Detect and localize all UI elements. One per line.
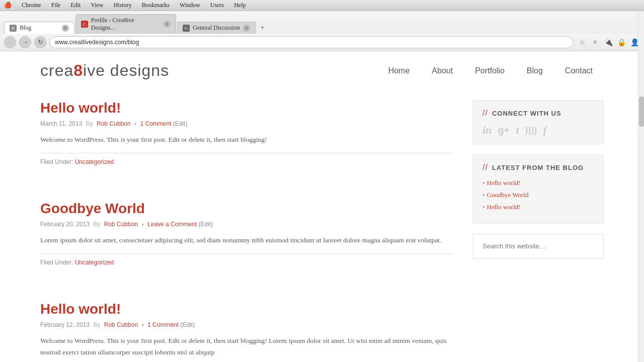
scrollbar-track	[638, 11, 644, 362]
tab-favicon-general: G	[183, 25, 190, 32]
new-tab-button[interactable]: +	[257, 22, 269, 34]
browser-toolbar-right: ☆ ≡ 🔌 🔒 👤	[577, 37, 640, 48]
tab-close-blog[interactable]: ✕	[62, 25, 69, 32]
blog-post-3: Hello world! February 12, 2013 By Rob Cu…	[40, 301, 453, 362]
post-content-1: Welcome to WordPress. This is your first…	[40, 134, 453, 146]
post-content-2: Lorem ipsum dolor sit amet, consectetuer…	[40, 235, 453, 246]
file-menu[interactable]: File	[51, 2, 61, 9]
forward-button[interactable]: →	[19, 36, 31, 48]
post-title-3[interactable]: Hello world!	[40, 301, 453, 317]
post-edit-3[interactable]: (Edit)	[180, 321, 195, 328]
meta-sep-3: By	[93, 321, 102, 328]
site-logo: crea8ive designs	[40, 61, 169, 80]
post-edit-1[interactable]: (Edit)	[173, 120, 188, 127]
extension-icon1[interactable]: 🔌	[603, 37, 614, 48]
tab-general[interactable]: G General Discussion ✕	[177, 22, 256, 34]
address-bar-row: ← → ↻ ☆ ≡ 🔌 🔒 👤	[0, 34, 644, 51]
blog-link-3[interactable]: Hello world!	[487, 203, 521, 211]
blog-link-item-2: Goodbye World	[482, 191, 594, 199]
post-meta-3: February 12, 2013 By Rob Cubbon ▪ 1 Comm…	[40, 321, 453, 328]
meta-sep-2b: ▪	[141, 221, 145, 228]
tab-close-profile[interactable]: ✕	[164, 21, 171, 28]
blog-link-item-3: Hello world!	[482, 203, 594, 211]
history-menu[interactable]: History	[114, 2, 132, 9]
widget-title-blog: // LATEST FROM THE BLOG	[482, 163, 594, 172]
blog-post-2: Goodbye World February 20, 2013 By Rob C…	[40, 201, 453, 286]
post-comments-3[interactable]: 1 Comment	[147, 321, 179, 328]
rss-icon[interactable]: ))))	[525, 126, 537, 135]
social-icons-row: in g+ t )))) f	[482, 125, 594, 136]
twitter-icon[interactable]: t	[516, 125, 519, 136]
logo-accent: 8	[73, 61, 83, 79]
post-comments-1[interactable]: 1 Comment	[140, 120, 171, 127]
reload-button[interactable]: ↻	[34, 36, 46, 48]
post-divider-2	[40, 253, 453, 254]
widget-title-connect: // CONNECT WITH US	[482, 109, 594, 118]
tab-favicon-blog: B	[10, 25, 17, 32]
nav-about[interactable]: About	[421, 62, 464, 79]
nav-contact[interactable]: Contact	[554, 62, 604, 79]
search-widget	[473, 234, 604, 259]
view-menu[interactable]: View	[91, 2, 103, 9]
post-author-2[interactable]: Rob Cubbon	[104, 221, 138, 228]
tab-favicon-profile: C	[81, 21, 88, 28]
meta-sep-1: By	[86, 120, 95, 127]
content-area: Hello world! March 11, 2013 By Rob Cubbo…	[0, 90, 644, 362]
widget-connect: // CONNECT WITH US in g+ t )))) f	[473, 100, 604, 144]
tab-label-blog: Blog	[20, 24, 31, 32]
scrollbar-thumb[interactable]	[639, 97, 644, 127]
post-author-3[interactable]: Rob Cubbon	[104, 321, 138, 328]
back-button[interactable]: ←	[4, 36, 16, 48]
tab-label-general: General Discussion	[193, 24, 240, 32]
post-author-1[interactable]: Rob Cubbon	[97, 120, 130, 127]
help-menu[interactable]: Help	[234, 2, 246, 9]
post-edit-2[interactable]: (Edit)	[198, 221, 213, 228]
post-title-2[interactable]: Goodbye World	[40, 201, 453, 217]
post-date-1: March 11, 2013	[40, 120, 82, 127]
apple-menu[interactable]: 🍎	[4, 2, 12, 9]
meta-sep-1b: ▪	[134, 120, 138, 127]
browser-chrome: B Blog ✕ C Profile ‹ Crea8ive Designs… ✕…	[0, 11, 644, 51]
post-title-1[interactable]: Hello world!	[40, 100, 453, 116]
chrome-menu[interactable]: Chrome	[22, 2, 41, 9]
nav-blog[interactable]: Blog	[516, 62, 554, 79]
bookmarks-menu[interactable]: Bookmarks	[142, 2, 170, 9]
os-menu-bar: 🍎 Chrome File Edit View History Bookmark…	[0, 0, 644, 11]
tab-profile[interactable]: C Profile ‹ Crea8ive Designs… ✕	[75, 14, 176, 34]
settings-icon[interactable]: ≡	[590, 37, 601, 48]
blog-post-1: Hello world! March 11, 2013 By Rob Cubbo…	[40, 100, 453, 186]
post-date-3: February 12, 2013	[40, 321, 90, 328]
blog-link-item-1: Hello world!	[482, 179, 594, 187]
post-date-2: February 20, 2013	[40, 221, 90, 228]
tab-blog[interactable]: B Blog ✕	[4, 22, 74, 34]
connect-title-text: CONNECT WITH US	[492, 110, 561, 117]
blog-link-2[interactable]: Goodbye World	[487, 191, 529, 199]
tab-close-general[interactable]: ✕	[243, 25, 250, 32]
extension-icon2[interactable]: 🔒	[616, 37, 627, 48]
slashes-blog: //	[482, 163, 488, 172]
nav-portfolio[interactable]: Portfolio	[464, 62, 516, 79]
facebook-icon[interactable]: f	[543, 125, 546, 136]
blog-link-1[interactable]: Hello world!	[487, 179, 521, 187]
post-meta-1: March 11, 2013 By Rob Cubbon ▪ 1 Comment…	[40, 120, 453, 127]
post-meta-2: February 20, 2013 By Rob Cubbon ▪ Leave …	[40, 221, 453, 228]
main-content: Hello world! March 11, 2013 By Rob Cubbo…	[40, 100, 453, 362]
tab-label-profile: Profile ‹ Crea8ive Designs…	[91, 17, 160, 32]
post-category-2[interactable]: Uncategorized	[75, 259, 114, 266]
search-input[interactable]	[482, 242, 594, 250]
window-menu[interactable]: Window	[180, 2, 200, 9]
post-category-1[interactable]: Uncategorized	[75, 158, 114, 165]
meta-sep-3b: ▪	[141, 321, 145, 328]
widget-blog: // LATEST FROM THE BLOG Hello world! Goo…	[473, 154, 604, 224]
google-plus-icon[interactable]: g+	[498, 125, 510, 135]
bookmark-icon[interactable]: ☆	[577, 37, 588, 48]
post-comments-2[interactable]: Leave a Comment	[147, 221, 197, 228]
filed-under-1: Filed Under: Uncategorized	[40, 158, 453, 165]
edit-menu[interactable]: Edit	[70, 2, 80, 9]
users-menu[interactable]: Users	[210, 2, 224, 9]
main-nav: Home About Portfolio Blog Contact	[377, 62, 604, 79]
nav-home[interactable]: Home	[377, 62, 421, 79]
linkedin-icon[interactable]: in	[482, 125, 492, 136]
blog-links-list: Hello world! Goodbye World Hello world!	[482, 179, 594, 211]
address-input[interactable]	[49, 36, 574, 48]
